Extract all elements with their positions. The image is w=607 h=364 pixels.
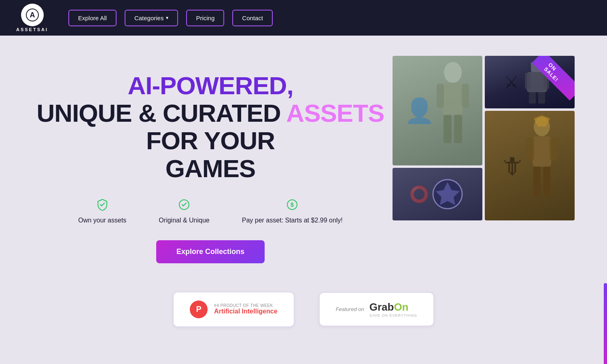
- asset-image-emblem: [393, 168, 482, 220]
- asset-image-character: [393, 56, 482, 165]
- grabon-on-text: On: [394, 301, 408, 313]
- product-hunt-icon: P: [190, 301, 208, 318]
- grabon-brand-text: Grab: [369, 301, 394, 313]
- badges-section: P #4 PRODUCT OF THE WEEK Artificial Inte…: [0, 279, 607, 347]
- svg-text:$: $: [291, 201, 294, 208]
- asset-image-warrior: [485, 111, 575, 220]
- svg-rect-22: [543, 167, 550, 197]
- grabon-featured-label: Featured on: [336, 306, 364, 312]
- pricing-button[interactable]: Pricing: [186, 10, 224, 26]
- svg-rect-13: [437, 84, 444, 108]
- hero-line1: AI-POWERED,: [32, 72, 388, 99]
- svg-rect-20: [550, 138, 558, 160]
- feature3-label: Pay per asset: Starts at $2.99 only!: [242, 217, 343, 224]
- logo[interactable]: A ASSETSAI: [16, 4, 48, 32]
- product-hunt-text: #4 PRODUCT OF THE WEEK Artificial Intell…: [214, 303, 277, 315]
- grabon-sub-text: SAVE ON EVERYTHING: [369, 313, 417, 317]
- grabon-badge[interactable]: Featured on GrabOn SAVE ON EVERYTHING: [319, 292, 434, 326]
- contact-button[interactable]: Contact: [232, 10, 273, 26]
- chevron-down-icon: ▾: [166, 15, 168, 21]
- hero-content: AI-POWERED, UNIQUE & CURATED ASSETS FOR …: [32, 60, 388, 263]
- svg-rect-21: [533, 167, 541, 197]
- grabon-text: Featured on GrabOn SAVE ON EVERYTHING: [336, 301, 417, 317]
- svg-rect-18: [533, 136, 551, 167]
- hero-section: AI-POWERED, UNIQUE & CURATED ASSETS FOR …: [0, 36, 607, 279]
- svg-text:A: A: [30, 11, 35, 19]
- svg-rect-7: [525, 73, 531, 89]
- product-hunt-category: Artificial Intelligence: [214, 308, 277, 315]
- logo-text: ASSETSAI: [16, 27, 48, 32]
- shield-check-icon: [96, 199, 108, 214]
- feature-pricing: $ Pay per asset: Starts at $2.99 only!: [242, 199, 343, 224]
- check-circle-icon: [178, 199, 190, 214]
- explore-collections-button[interactable]: Explore Collections: [156, 240, 265, 263]
- svg-rect-10: [538, 92, 545, 104]
- svg-point-23: [433, 180, 462, 209]
- why-section: Why AssetsAI? Unleash the power of AI in…: [0, 347, 607, 364]
- hero-line2: UNIQUE & CURATED ASSETS FOR YOUR: [32, 99, 388, 154]
- asset-image-grid: [393, 56, 575, 193]
- product-hunt-badge[interactable]: P #4 PRODUCT OF THE WEEK Artificial Inte…: [173, 292, 294, 327]
- product-hunt-rank: #4 PRODUCT OF THE WEEK: [214, 303, 277, 308]
- hero-title: AI-POWERED, UNIQUE & CURATED ASSETS FOR …: [32, 72, 388, 182]
- feature1-label: Own your assets: [78, 217, 126, 224]
- purple-bar-decoration: [604, 283, 607, 364]
- svg-rect-6: [527, 72, 547, 92]
- svg-rect-12: [443, 83, 463, 115]
- feature-original: Original & Unique: [159, 199, 209, 224]
- svg-rect-8: [543, 73, 549, 89]
- asset-image-armor: [485, 56, 575, 108]
- svg-rect-16: [454, 115, 462, 143]
- explore-all-button[interactable]: Explore All: [68, 10, 117, 26]
- svg-rect-14: [462, 84, 469, 108]
- svg-rect-9: [529, 92, 536, 104]
- feature2-label: Original & Unique: [159, 217, 209, 224]
- svg-rect-19: [526, 138, 534, 160]
- hero-image-grid: [393, 56, 575, 193]
- svg-point-17: [534, 117, 550, 136]
- dollar-circle-icon: $: [286, 199, 298, 214]
- hero-line3: GAMES: [32, 155, 388, 182]
- svg-point-11: [444, 62, 462, 83]
- svg-rect-15: [444, 115, 452, 143]
- navbar: A ASSETSAI Explore All Categories ▾ Pric…: [0, 0, 607, 36]
- logo-icon: A: [21, 4, 44, 26]
- categories-button[interactable]: Categories ▾: [125, 10, 178, 26]
- hero-features: Own your assets Original & Unique $: [32, 199, 388, 224]
- svg-rect-5: [531, 62, 543, 72]
- feature-own-assets: Own your assets: [78, 199, 126, 224]
